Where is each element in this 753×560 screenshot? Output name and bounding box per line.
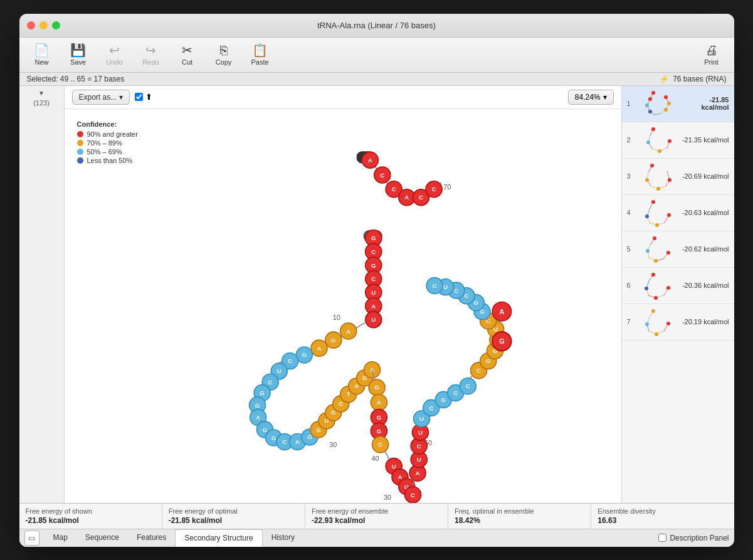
svg-text:G: G (302, 351, 307, 358)
cut-button[interactable]: ✂ Cut (170, 40, 205, 70)
app-window: tRNA-Ala.rna (Linear / 76 bases) 📄 New 💾… (19, 14, 734, 547)
structure-item-2[interactable]: 2 -21.35 kcal/mol (622, 122, 734, 159)
svg-text:C: C (288, 357, 292, 364)
svg-point-261 (653, 236, 656, 240)
svg-text:G: G (271, 434, 276, 441)
structure-num-6: 6 (627, 282, 637, 289)
stat-ensemble-diversity-label: Ensemble diversity (598, 507, 727, 515)
tab-sequence[interactable]: Sequence (76, 529, 128, 547)
svg-text:G: G (485, 357, 490, 364)
undo-icon: ↩ (109, 44, 120, 56)
svg-text:40: 40 (371, 454, 379, 462)
description-panel-label[interactable]: Description Panel (658, 534, 729, 542)
tab-map[interactable]: Map (45, 529, 76, 547)
print-button[interactable]: 🖨 Print (694, 40, 729, 70)
svg-point-230 (651, 127, 655, 131)
structure-thumb-4 (641, 199, 678, 227)
svg-point-282 (645, 322, 649, 326)
svg-text:A: A (346, 327, 350, 334)
svg-text:C: C (391, 186, 396, 193)
paste-button[interactable]: 📋 Paste (243, 40, 278, 70)
undo-button[interactable]: ↩ Undo (97, 40, 132, 70)
structure-thumb-3 (641, 162, 678, 191)
tab-features[interactable]: Features (128, 529, 175, 547)
export-button[interactable]: Export as... ▾ (72, 90, 130, 105)
svg-point-252 (645, 214, 649, 218)
svg-point-223 (664, 95, 668, 99)
svg-point-254 (667, 213, 671, 217)
stat-free-energy-ensemble: Free energy of ensemble -22.93 kcal/mol (305, 504, 448, 529)
structure-thumb-6 (641, 272, 678, 300)
svg-text:10: 10 (332, 313, 340, 320)
percent-selector[interactable]: 84.24% ▾ (568, 90, 614, 105)
structure-energy-2: -21.35 kcal/mol (682, 136, 729, 144)
svg-text:U: U (419, 415, 424, 422)
stat-free-energy-ensemble-label: Free energy of ensemble (312, 507, 441, 515)
stat-free-energy-optimal-label: Free energy of optimal (169, 507, 298, 515)
canvas-content[interactable]: Confidence: 90% and greater 70% – 89% 50… (65, 109, 621, 503)
svg-text:U: U (371, 288, 376, 295)
sidebar-collapse-arrow[interactable]: ▼ (36, 88, 47, 98)
stat-freq-optimal: Freq. optimal in ensemble 18.42% (448, 504, 591, 529)
structure-energy-1: -21.85 kcal/mol (682, 96, 729, 111)
structure-item-1[interactable]: 1 -21.85 (622, 86, 734, 122)
new-button[interactable]: 📄 New (24, 40, 60, 70)
tab-collapse-button[interactable]: ▭ (24, 531, 39, 546)
cursor-check[interactable] (135, 93, 143, 101)
bases-icon: ⚡ (660, 75, 669, 83)
structure-item-4[interactable]: 4 -20.63 kcal/mol (622, 195, 734, 231)
svg-text:G: G (307, 433, 312, 440)
structure-item-5[interactable]: 5 -20.62 kcal/mol (622, 231, 734, 268)
redo-button[interactable]: ↪ Redo (134, 40, 169, 70)
svg-text:G: G (316, 426, 321, 433)
svg-text:C: C (339, 400, 343, 407)
stat-free-energy-ensemble-value: -22.93 kcal/mol (312, 516, 441, 525)
structure-item-3[interactable]: 3 -20.69 kcal/mol (622, 159, 734, 195)
cursor-icon: ⬆ (145, 92, 152, 102)
tab-secondary-structure[interactable]: Secondary Structure (175, 529, 262, 547)
stats-bar: Free energy of shown -21.85 kcal/mol Fre… (19, 503, 734, 529)
svg-text:U: U (276, 367, 281, 374)
structure-item-6[interactable]: 6 -20.36 kcal/mol (622, 268, 734, 304)
structure-energy-6: -20.36 kcal/mol (682, 282, 729, 289)
svg-text:G: G (441, 396, 446, 403)
maximize-button[interactable] (52, 21, 60, 29)
structure-num-3: 3 (627, 172, 637, 180)
svg-text:A: A (398, 473, 402, 480)
save-label: Save (70, 58, 86, 66)
stat-freq-optimal-label: Freq. optimal in ensemble (455, 507, 584, 515)
structure-item-7[interactable]: 7 -20.19 kcal/mol (622, 304, 734, 341)
main-area: ▼ (123) Export as... ▾ ⬆ 84.24% ▾ (19, 86, 734, 503)
copy-button[interactable]: ⎘ Copy (206, 40, 241, 70)
structure-num-2: 2 (627, 136, 637, 144)
svg-text:A: A (376, 399, 381, 406)
svg-text:A: A (354, 383, 359, 389)
save-button[interactable]: 💾 Save (61, 40, 96, 70)
svg-point-242 (645, 178, 649, 182)
svg-point-262 (646, 249, 650, 253)
svg-text:C: C (411, 491, 415, 498)
svg-text:C: C (380, 171, 384, 178)
description-panel-text: Description Panel (670, 534, 729, 542)
svg-text:G: G (260, 389, 265, 396)
svg-text:U: U (416, 456, 421, 463)
svg-point-251 (651, 200, 655, 204)
nuc-A-top[interactable]: A (362, 152, 378, 168)
tab-history[interactable]: History (263, 529, 303, 547)
svg-point-218 (648, 97, 652, 101)
selection-info: Selected: 49 .. 65 = 17 bases (27, 75, 125, 83)
description-panel-checkbox[interactable] (658, 534, 666, 542)
minimize-button[interactable] (39, 21, 48, 29)
svg-text:C: C (477, 367, 481, 374)
stat-free-energy-optimal-value: -21.85 kcal/mol (169, 516, 298, 525)
paste-icon: 📋 (252, 44, 268, 56)
cursor-checkbox[interactable]: ⬆ (135, 92, 152, 102)
svg-point-219 (645, 103, 649, 107)
rna-structure-svg[interactable]: .nuc-red { fill: #e63030; stroke: #b0101… (65, 109, 621, 503)
svg-point-220 (648, 110, 652, 114)
svg-point-263 (654, 259, 658, 263)
svg-point-222 (667, 102, 671, 105)
close-button[interactable] (27, 21, 35, 29)
copy-label: Copy (216, 58, 232, 66)
structure-num-4: 4 (627, 209, 637, 216)
